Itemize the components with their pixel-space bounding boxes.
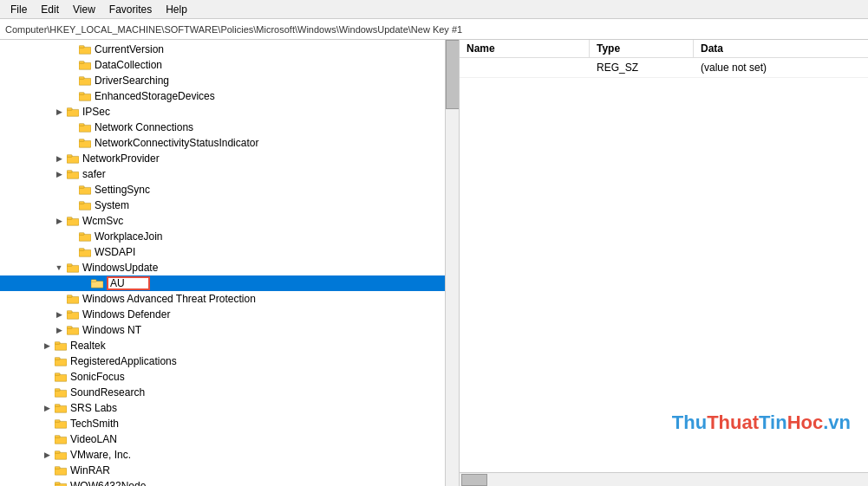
- tree-expander[interactable]: ▶: [52, 167, 66, 181]
- menu-favorites[interactable]: Favorites: [102, 2, 159, 17]
- svg-rect-24: [79, 234, 91, 241]
- right-hscroll[interactable]: [460, 472, 868, 486]
- tree-expander[interactable]: ▼: [52, 261, 66, 275]
- folder-icon: [78, 198, 92, 212]
- svg-rect-10: [79, 125, 91, 132]
- tree-item-label: Realtek: [70, 340, 106, 352]
- tree-item-settingsync[interactable]: SettingSync: [0, 182, 445, 198]
- svg-rect-53: [55, 451, 60, 454]
- folder-icon: [78, 230, 92, 243]
- tree-item-windowsdefender[interactable]: ▶ Windows Defender: [0, 307, 445, 322]
- tree-item-safer[interactable]: ▶ safer: [0, 166, 445, 182]
- menu-edit[interactable]: Edit: [34, 2, 66, 17]
- tree-item-realtek[interactable]: ▶ Realtek: [0, 338, 445, 353]
- tree-item-label: WindowsUpdate: [82, 262, 158, 274]
- folder-icon: [66, 105, 80, 119]
- tree-item-label: Windows Defender: [82, 308, 170, 321]
- folder-icon: [66, 261, 80, 275]
- address-path: Computer\HKEY_LOCAL_MACHINE\SOFTWARE\Pol…: [5, 24, 462, 35]
- tree-item-driversearching[interactable]: DriverSearching: [0, 73, 445, 88]
- svg-rect-57: [55, 483, 60, 485]
- tree-expander-empty: [52, 292, 66, 306]
- tree-item-enhancedstoragedevices[interactable]: EnhancedStorageDevices: [0, 88, 445, 104]
- tree-expander-empty: [40, 463, 54, 477]
- tree-item-techsmith[interactable]: TechSmith: [0, 416, 445, 431]
- tree-item-au[interactable]: [0, 275, 445, 291]
- svg-rect-46: [55, 405, 67, 412]
- tree-item-windowsupdate[interactable]: ▼ WindowsUpdate: [0, 260, 445, 275]
- tree-item-label: CurrentVersion: [95, 43, 164, 55]
- tree-expander[interactable]: ▶: [52, 214, 66, 228]
- tree-item-videolan[interactable]: VideoLAN: [0, 431, 445, 447]
- folder-icon: [54, 463, 68, 477]
- tree-item-label: SoundResearch: [70, 386, 145, 399]
- tree-scrollbar-thumb[interactable]: [446, 40, 460, 109]
- tree-item-windowsadvancedthreatprotection[interactable]: Windows Advanced Threat Protection: [0, 291, 445, 307]
- menu-view[interactable]: View: [66, 2, 102, 17]
- rename-input[interactable]: [107, 276, 150, 290]
- folder-icon: [54, 448, 68, 462]
- folder-icon: [78, 245, 92, 259]
- folder-icon: [78, 74, 92, 87]
- tree-expander[interactable]: ▶: [40, 401, 54, 415]
- tree-expander[interactable]: ▶: [52, 323, 66, 337]
- tree-expander-empty: [64, 198, 78, 212]
- menu-help[interactable]: Help: [159, 2, 194, 17]
- svg-rect-55: [55, 467, 60, 470]
- svg-rect-40: [55, 359, 67, 366]
- tree-item-networkconnections[interactable]: Network Connections: [0, 120, 445, 135]
- folder-icon: [78, 136, 92, 150]
- svg-rect-14: [67, 156, 79, 163]
- tree-item-registeredapplications[interactable]: RegisteredApplications: [0, 353, 445, 369]
- svg-rect-30: [91, 281, 103, 288]
- folder-icon: [78, 183, 92, 197]
- tree-expander-empty: [64, 230, 78, 243]
- tree-item-sonicfocus[interactable]: SonicFocus: [0, 369, 445, 385]
- cell-data: (value not set): [694, 60, 868, 75]
- tree-item-networkconnectivitystatusindicator[interactable]: NetworkConnectivityStatusIndicator: [0, 135, 445, 151]
- right-hscroll-thumb[interactable]: [461, 474, 487, 486]
- tree-item-networkprovider[interactable]: ▶ NetworkProvider: [0, 151, 445, 166]
- tree-item-system[interactable]: System: [0, 198, 445, 213]
- tree-scrollbar[interactable]: [445, 40, 459, 486]
- tree-item-label: RegisteredApplications: [70, 355, 177, 367]
- tree-item-windowsnt[interactable]: ▶ Windows NT: [0, 322, 445, 338]
- col-name-header: Name: [460, 40, 590, 57]
- svg-rect-51: [55, 436, 60, 438]
- tree-item-srslabs[interactable]: ▶ SRS Labs: [0, 400, 445, 416]
- tree-expander[interactable]: ▶: [52, 152, 66, 165]
- tree-item-winrar[interactable]: WinRAR: [0, 463, 445, 478]
- tree-item-wsdapi[interactable]: WSDAPI: [0, 244, 445, 260]
- tree-expander[interactable]: ▶: [40, 339, 54, 353]
- tree-expander-empty: [64, 42, 78, 56]
- tree-item-wcmsvc[interactable]: ▶ WcmSvc: [0, 213, 445, 229]
- tree-expander-empty: [40, 432, 54, 446]
- svg-rect-43: [55, 373, 60, 376]
- tree-item-currentversion[interactable]: CurrentVersion: [0, 42, 445, 57]
- watermark: ThuThuatTinHoc.vn: [672, 411, 851, 434]
- tree-item-label: WorkplaceJoin: [95, 230, 162, 243]
- folder-icon: [78, 89, 92, 103]
- tree-item-soundresearch[interactable]: SoundResearch: [0, 385, 445, 400]
- svg-rect-22: [67, 218, 79, 225]
- tree-item-wow6432node[interactable]: WOW6432Node: [0, 478, 445, 486]
- svg-rect-25: [79, 233, 84, 236]
- svg-rect-17: [67, 171, 72, 173]
- menu-file[interactable]: File: [3, 2, 34, 17]
- tree-item-vmware[interactable]: ▶ VMware, Inc.: [0, 447, 445, 463]
- tree-expander[interactable]: ▶: [52, 308, 66, 321]
- svg-rect-38: [55, 343, 67, 350]
- tree-expander[interactable]: ▶: [52, 105, 66, 119]
- folder-icon: [66, 292, 80, 306]
- tree-item-datacollection[interactable]: DataCollection: [0, 57, 445, 73]
- tree-item-workplacejoin[interactable]: WorkplaceJoin: [0, 229, 445, 244]
- tree-expander[interactable]: ▶: [40, 448, 54, 462]
- folder-icon: [54, 417, 68, 431]
- tree-item-label: safer: [82, 168, 106, 180]
- right-panel: Name Type Data REG_SZ (value not set) Th…: [460, 40, 868, 486]
- tree-panel: CurrentVersion DataCollection DriverSear…: [0, 40, 460, 486]
- cell-name: [460, 60, 590, 75]
- svg-rect-8: [67, 109, 79, 116]
- tree-item-ipsec[interactable]: ▶ IPSec: [0, 104, 445, 120]
- watermark-thu: Thu: [672, 411, 707, 433]
